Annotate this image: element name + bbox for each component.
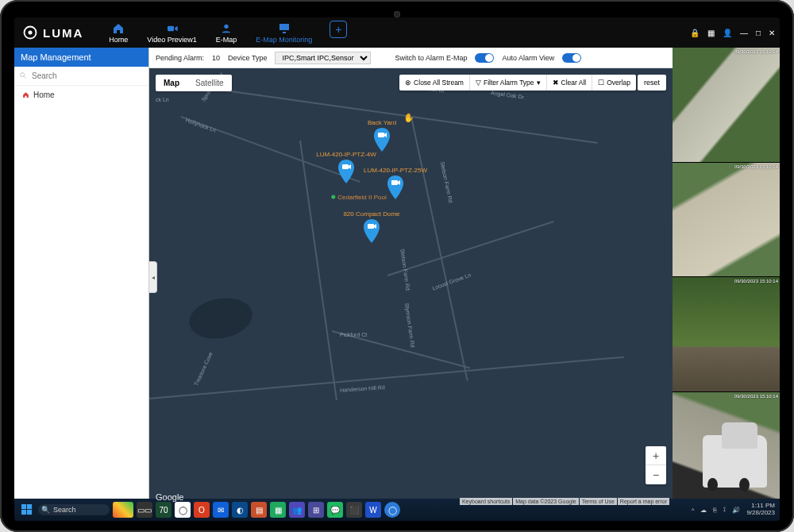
kb-shortcuts-link[interactable]: Keyboard shortcuts <box>460 498 512 505</box>
taskbar-app-icon[interactable]: ▤ <box>251 502 267 518</box>
taskbar-app-icon[interactable]: 70 <box>156 502 172 518</box>
svg-rect-12 <box>27 510 32 515</box>
device-type-label: Device Type <box>228 54 267 62</box>
map-type-selector: Map Satellite <box>156 75 232 91</box>
taskbar-app-icon[interactable]: ◯ <box>384 502 400 518</box>
camera-tile-1[interactable]: 09/30/2023 15:10:14 <box>673 48 780 163</box>
nav-emapmonitoring[interactable]: E-Map Monitoring <box>249 21 318 45</box>
taskbar-app-icon[interactable]: ◐ <box>232 502 248 518</box>
grid-icon[interactable]: ▦ <box>707 29 715 37</box>
tray-chevron-icon[interactable]: ^ <box>692 507 695 514</box>
map-type-map[interactable]: Map <box>156 75 187 91</box>
tray-sound-icon[interactable]: 🔊 <box>732 507 740 514</box>
camera-pin-dome[interactable] <box>362 219 381 243</box>
zoom-control: + − <box>646 446 666 484</box>
person-pin-icon <box>220 22 233 35</box>
taskbar-app-icon[interactable]: ⬛ <box>346 502 362 518</box>
camera-pin-ptz4w[interactable] <box>337 160 356 183</box>
taskbar-office-icon[interactable]: O <box>194 502 210 518</box>
zoom-out-button[interactable]: − <box>646 465 666 484</box>
taskbar-clock[interactable]: 1:11 PM 9/28/2023 <box>746 503 775 517</box>
user-icon[interactable]: 👤 <box>723 29 732 37</box>
taskbar-app-icon[interactable]: ⊞ <box>308 502 324 518</box>
zoom-in-button[interactable]: + <box>646 446 666 465</box>
device-type-select[interactable]: IPC,Smart IPC,Sensor <box>275 52 371 64</box>
camera-pin-backyard[interactable] <box>372 128 391 152</box>
monitor-icon <box>278 22 291 35</box>
map-water <box>185 291 256 345</box>
sidebar-item-home[interactable]: Home <box>14 86 148 104</box>
tray-cloud-icon[interactable]: ☁ <box>700 507 707 514</box>
auto-alarm-toggle[interactable] <box>562 53 581 63</box>
svg-rect-10 <box>27 504 32 509</box>
pending-alarm-label: Pending Alarm: <box>156 54 204 62</box>
auto-alarm-label: Auto Alarm View <box>502 54 554 62</box>
maximize-icon[interactable]: □ <box>756 29 761 37</box>
screen: LUMA Home Video Preview1 E-Map E-Map Mo <box>14 17 780 521</box>
svg-rect-7 <box>391 180 398 185</box>
cam-timestamp: 09/30/2023 15:10:14 <box>734 164 778 169</box>
road-label: Handerson Hill Rd <box>340 384 385 393</box>
taskbar-weather-icon[interactable] <box>113 502 133 518</box>
report-link[interactable]: Report a map error <box>618 498 669 505</box>
pin-label: 820 Compact Dome <box>343 210 399 218</box>
svg-rect-2 <box>168 25 174 31</box>
sidebar: Map Management Home <box>14 48 149 507</box>
logo-icon <box>22 25 38 40</box>
taskbar-chrome-icon[interactable]: ◯ <box>175 502 191 518</box>
tablet-camera <box>394 11 400 17</box>
taskbar-app-icon[interactable]: 💬 <box>327 502 343 518</box>
camera-pin-ptz25w[interactable] <box>386 175 405 199</box>
pin-label: LUM-420-IP-PTZ-25W <box>364 167 427 174</box>
sidebar-collapse-handle[interactable]: ◂ <box>149 261 157 293</box>
start-button[interactable] <box>19 502 35 518</box>
nav-videopreview[interactable]: Video Preview1 <box>141 21 202 45</box>
taskbar-taskview-icon[interactable]: ▭▭ <box>137 502 152 518</box>
taskbar-word-icon[interactable]: W <box>365 502 381 518</box>
google-logo: Google <box>156 492 183 502</box>
close-all-stream-button[interactable]: ⊗ Close All Stream <box>399 75 470 91</box>
home-icon <box>22 91 29 98</box>
switch-alarm-toggle[interactable] <box>475 53 494 63</box>
nav-videopreview-label: Video Preview1 <box>147 36 196 44</box>
road-label: Hollyhock Ln <box>185 117 217 133</box>
camera-tile-2[interactable]: 09/30/2023 15:10:14 <box>673 163 780 278</box>
pin-label: Back Yard <box>368 119 396 126</box>
minimize-icon[interactable]: — <box>740 29 748 37</box>
pin-label: LUM-420-IP-PTZ-4W <box>316 151 376 158</box>
map-poi: Cedarfield II Pool <box>331 194 386 201</box>
clear-all-button[interactable]: ✖ Clear All <box>547 75 593 91</box>
map-attribution: Keyboard shortcuts Map data ©2023 Google… <box>460 498 669 505</box>
road-label: Stetson Farm Rd <box>440 161 454 203</box>
search-icon <box>19 71 27 79</box>
tray-cast-icon[interactable]: ⎘ <box>713 507 717 514</box>
tray-wifi-icon[interactable]: ⟟ <box>723 506 726 514</box>
nav-tabs: Home Video Preview1 E-Map E-Map Monitori… <box>102 21 347 45</box>
nav-home[interactable]: Home <box>102 21 134 45</box>
brand-text: LUMA <box>43 26 83 40</box>
reset-button[interactable]: reset <box>638 75 666 91</box>
nav-emap-label: E-Map <box>216 36 237 44</box>
map-type-satellite[interactable]: Satellite <box>187 75 232 91</box>
sidebar-search <box>14 67 148 86</box>
search-input[interactable] <box>14 67 148 85</box>
add-tab-button[interactable]: + <box>330 21 347 38</box>
taskbar-search[interactable]: 🔍 Search <box>38 504 110 515</box>
taskbar-outlook-icon[interactable]: ✉ <box>213 502 229 518</box>
taskbar-app-icon[interactable]: ▦ <box>270 502 286 518</box>
road-label: Stymson Farm Rd <box>404 303 416 348</box>
close-icon[interactable]: ✕ <box>769 29 775 37</box>
camera-tile-4[interactable]: 09/30/2023 15:10:14 <box>673 392 780 507</box>
terms-link[interactable]: Terms of Use <box>580 498 617 505</box>
svg-rect-11 <box>21 510 26 515</box>
road-label: Pickford Ct <box>340 332 367 337</box>
overlap-toggle[interactable]: ☐ Overlap <box>592 75 636 91</box>
taskbar-teams-icon[interactable]: 👥 <box>289 502 305 518</box>
camera-tile-3[interactable]: 09/30/2023 15:10:14 <box>673 277 780 392</box>
center-panel: Pending Alarm: 10 Device Type IPC,Smart … <box>149 48 673 507</box>
filter-alarm-button[interactable]: ▽ Filter Alarm Type ▾ <box>470 75 547 91</box>
svg-rect-8 <box>368 224 374 229</box>
lock-icon[interactable]: 🔒 <box>690 29 700 37</box>
nav-emap[interactable]: E-Map <box>210 21 244 45</box>
map-canvas[interactable]: Angel Oak Dr Angel Oak Dr Hollyhock Ln S… <box>149 68 673 507</box>
